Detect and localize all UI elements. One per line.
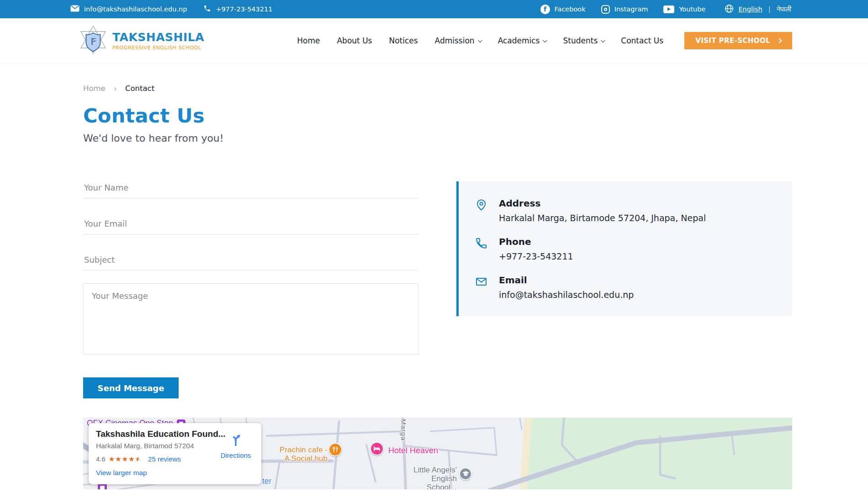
email-value: info@takshashilaschool.edu.np xyxy=(499,290,634,300)
chevron-down-icon xyxy=(601,38,605,42)
envelope-icon xyxy=(475,275,488,300)
phone-icon xyxy=(475,236,488,261)
breadcrumb-separator-icon: › xyxy=(114,84,117,93)
send-message-button[interactable]: Send Message xyxy=(83,377,179,398)
nav-notices[interactable]: Notices xyxy=(389,36,418,45)
nav-students[interactable]: Students xyxy=(563,36,604,45)
map-info-card: Takshashila Education Found... Harkalal … xyxy=(89,423,261,484)
topbar-email-text: info@takshashilaschool.edu.np xyxy=(84,5,187,13)
facebook-label: Facebook xyxy=(555,5,586,13)
page-title: Contact Us xyxy=(83,104,868,127)
rating-value: 4.6 xyxy=(96,455,106,463)
nav-home[interactable]: Home xyxy=(297,36,320,45)
view-larger-map-link[interactable]: View larger map xyxy=(96,469,254,477)
phone-label: Phone xyxy=(499,236,573,247)
facebook-icon: f xyxy=(540,5,550,14)
nav-admission[interactable]: Admission xyxy=(435,36,481,45)
breadcrumb: Home › Contact xyxy=(83,84,868,93)
contact-info-card: Address Harkalal Marga, Birtamode 57204,… xyxy=(456,181,792,316)
logo-star-icon xyxy=(79,25,108,56)
visit-pre-school-button[interactable]: VISIT PRE-SCHOOL xyxy=(684,32,792,49)
site-header: TAKSHASHILA PROGRESSIVE ENGLISH SCHOOL H… xyxy=(0,18,868,64)
instagram-label: Instagram xyxy=(614,5,648,13)
chevron-down-icon xyxy=(543,38,547,42)
email-input[interactable] xyxy=(83,217,418,234)
map-pin-icon xyxy=(475,198,488,223)
directions-button[interactable]: Directions xyxy=(217,433,255,459)
google-map-embed[interactable]: QFX Cinemas One Stop Prachin cafe - A So… xyxy=(83,418,792,489)
reviews-link[interactable]: 25 reviews xyxy=(148,455,181,463)
mail-icon xyxy=(70,5,79,13)
nav-academics[interactable]: Academics xyxy=(498,36,546,45)
topbar: info@takshashilaschool.edu.np +977-23-54… xyxy=(0,0,868,18)
phone-row: Phone +977-23-543211 xyxy=(475,236,778,261)
nav-contact-us[interactable]: Contact Us xyxy=(621,36,663,45)
map-label-partial-ter: ter xyxy=(262,477,271,486)
youtube-icon xyxy=(663,5,674,13)
topbar-phone-text: +977-23-543211 xyxy=(216,5,272,13)
main-content: Home › Contact Contact Us We'd love to h… xyxy=(0,84,868,489)
restaurant-pin-icon[interactable] xyxy=(328,443,342,456)
site-logo[interactable]: TAKSHASHILA PROGRESSIVE ENGLISH SCHOOL xyxy=(79,25,204,56)
arrow-right-icon xyxy=(777,38,782,43)
breadcrumb-current: Contact xyxy=(125,84,154,93)
school-pin-icon[interactable] xyxy=(459,467,472,480)
map-label-marga-street: Marga xyxy=(400,419,408,441)
email-label: Email xyxy=(499,275,634,286)
language-nepali[interactable]: नेपाली xyxy=(777,5,791,13)
hotel-pin-icon[interactable] xyxy=(370,442,384,456)
phone-value: +977-23-543211 xyxy=(499,251,573,261)
phone-icon xyxy=(203,5,211,14)
nav-about-us[interactable]: About Us xyxy=(337,36,372,45)
email-row: Email info@takshashilaschool.edu.np xyxy=(475,275,778,300)
main-nav: Home About Us Notices Admission Academic… xyxy=(297,36,663,45)
language-english[interactable]: English xyxy=(738,5,762,13)
page-subtitle: We'd love to hear from you! xyxy=(83,133,868,144)
name-input[interactable] xyxy=(83,181,418,198)
youtube-link[interactable]: Youtube xyxy=(663,5,705,13)
topbar-email-link[interactable]: info@takshashilaschool.edu.np xyxy=(70,5,187,13)
map-label-little-angels-school[interactable]: Little Angels' English School... xyxy=(402,466,457,489)
chevron-down-icon xyxy=(478,38,482,42)
map-label-prachin-cafe[interactable]: Prachin cafe - A Social hub xyxy=(265,445,328,463)
youtube-label: Youtube xyxy=(679,5,705,13)
message-textarea[interactable] xyxy=(83,283,418,355)
logo-title: TAKSHASHILA xyxy=(112,31,204,44)
instagram-icon xyxy=(601,5,610,14)
address-row: Address Harkalal Marga, Birtamode 57204,… xyxy=(475,198,778,223)
instagram-link[interactable]: Instagram xyxy=(601,5,648,14)
address-label: Address xyxy=(499,198,706,209)
globe-icon xyxy=(725,4,734,15)
address-value: Harkalal Marga, Birtamode 57204, Jhapa, … xyxy=(499,213,706,223)
language-separator: | xyxy=(768,5,771,13)
logo-tagline: PROGRESSIVE ENGLISH SCHOOL xyxy=(112,45,204,51)
contact-form: Send Message xyxy=(83,181,418,398)
map-label-hotel-heaven[interactable]: Hotel Heaven xyxy=(388,446,438,456)
star-rating-icon: ★★★★★ ★★★★★ xyxy=(109,456,142,462)
topbar-phone-link[interactable]: +977-23-543211 xyxy=(203,5,272,14)
facebook-link[interactable]: f Facebook xyxy=(540,5,586,14)
subject-input[interactable] xyxy=(83,254,418,270)
breadcrumb-home[interactable]: Home xyxy=(83,84,106,93)
directions-label: Directions xyxy=(217,451,255,459)
directions-fork-icon xyxy=(229,433,243,446)
